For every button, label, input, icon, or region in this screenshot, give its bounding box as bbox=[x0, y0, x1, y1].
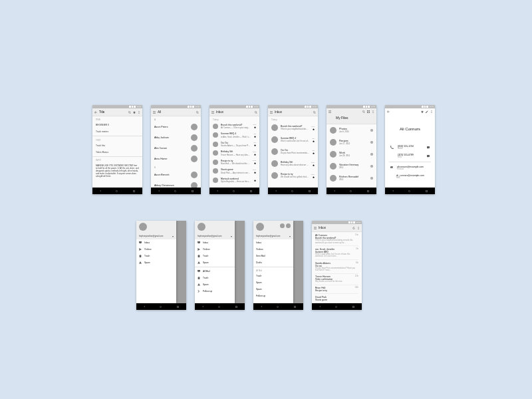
drawer-item[interactable]: Follow up bbox=[253, 293, 293, 299]
contact-detail-row[interactable]: aliconnors@example.comPersonal bbox=[385, 164, 435, 172]
search-icon[interactable] bbox=[313, 111, 316, 114]
email-thread[interactable]: Brian Halt18hr Recipe to try bbox=[312, 285, 362, 293]
email-row[interactable]: Birthday GiftTrevor Hansen — Have any id… bbox=[209, 149, 259, 158]
more-icon[interactable] bbox=[357, 227, 360, 229]
file-row[interactable]: Vacation Itinerary2014 bbox=[327, 160, 376, 172]
star-icon[interactable] bbox=[313, 176, 315, 178]
nav-recent[interactable] bbox=[133, 190, 135, 192]
drawer-item[interactable]: Spam bbox=[136, 259, 176, 266]
sms-icon[interactable] bbox=[427, 146, 430, 149]
email-row[interactable]: Summer BBQ 4to Alex, Scott, Jennifer — W… bbox=[209, 131, 259, 140]
star-icon[interactable] bbox=[313, 140, 315, 142]
email-thread[interactable]: Ali Connors15m Brunch this weekend? I'll… bbox=[312, 232, 362, 245]
drawer-item[interactable]: Inbox bbox=[136, 239, 176, 246]
email-row[interactable]: Brunch this weekend?I'll be in your neig… bbox=[268, 122, 318, 134]
star-icon[interactable] bbox=[133, 111, 136, 114]
refresh-icon[interactable] bbox=[352, 227, 355, 229]
list-item[interactable]: Track meters bbox=[92, 128, 142, 135]
drawer-header[interactable]: heyfromjonathan@gmail.com bbox=[136, 221, 176, 239]
star-icon[interactable] bbox=[254, 154, 256, 156]
email-row[interactable]: Oui OuiDo you have Paris recommendations… bbox=[268, 146, 318, 158]
drawer-item[interactable]: Spam bbox=[253, 286, 293, 293]
menu-icon[interactable] bbox=[270, 111, 273, 114]
account-dropdown-icon[interactable] bbox=[289, 236, 291, 237]
star-icon[interactable] bbox=[421, 110, 424, 113]
menu-icon[interactable] bbox=[329, 110, 331, 113]
email-row[interactable]: Giants gameDavid Park — Any interest in … bbox=[209, 167, 259, 176]
star-icon[interactable] bbox=[254, 126, 256, 128]
star-icon[interactable] bbox=[254, 180, 256, 182]
nav-back[interactable] bbox=[100, 190, 101, 192]
menu-icon[interactable] bbox=[153, 111, 156, 114]
nav-home[interactable] bbox=[116, 190, 118, 192]
more-icon[interactable] bbox=[430, 110, 433, 113]
drawer-item[interactable]: Spam bbox=[195, 259, 235, 266]
menu-icon[interactable] bbox=[314, 227, 317, 229]
drawer-item[interactable]: Spam bbox=[253, 279, 293, 286]
contact-row[interactable]: Abby Jackson bbox=[151, 132, 201, 143]
account-dropdown-icon[interactable] bbox=[172, 236, 174, 237]
info-icon[interactable] bbox=[370, 141, 373, 144]
drawer-item[interactable]: Follow up bbox=[195, 288, 235, 295]
drawer-item[interactable]: Sent Mail bbox=[253, 253, 293, 259]
email-row[interactable]: Oui OuiSandra Adams — Do you have Paris … bbox=[209, 140, 259, 149]
menu-icon[interactable] bbox=[211, 111, 214, 114]
list-item[interactable]: Token Bonus bbox=[92, 149, 142, 156]
contact-row[interactable]: Abbey Christensen bbox=[151, 180, 201, 188]
email-thread[interactable]: me, Scott, Jennifer2hr Summer BBQ Wish I… bbox=[312, 246, 362, 259]
drawer-item[interactable]: Inbox bbox=[253, 239, 293, 246]
contact-row[interactable]: Aaron Peters bbox=[151, 122, 201, 132]
drawer-item[interactable]: All Mail bbox=[195, 268, 235, 275]
star-icon[interactable] bbox=[313, 128, 315, 130]
star-icon[interactable] bbox=[313, 152, 315, 154]
search-icon[interactable] bbox=[196, 111, 199, 114]
drawer-item[interactable]: Trash bbox=[195, 253, 235, 259]
contact-detail-row[interactable]: ali_connors@example.comWork bbox=[385, 172, 435, 181]
info-icon[interactable] bbox=[370, 177, 373, 180]
contact-detail-row[interactable]: (323) 555-6789Work bbox=[385, 152, 435, 160]
contact-row[interactable]: Anna Hamer bbox=[151, 154, 201, 164]
drawer-item[interactable]: Drafts bbox=[253, 259, 293, 266]
more-icon[interactable] bbox=[138, 111, 140, 114]
info-icon[interactable] bbox=[370, 153, 373, 156]
back-icon[interactable] bbox=[94, 111, 97, 114]
star-icon[interactable] bbox=[254, 144, 256, 146]
drawer-item[interactable]: Outbox bbox=[195, 246, 235, 253]
email-thread[interactable]: Sandra Adams6hr Oui oui Do you have Pari… bbox=[312, 260, 362, 273]
email-thread[interactable]: Trevor Hansen12hr Order confirmation Hey… bbox=[312, 273, 362, 285]
drawer-item[interactable]: Trash bbox=[253, 273, 293, 279]
star-icon[interactable] bbox=[254, 136, 256, 138]
drawer-item[interactable]: Outbox bbox=[253, 246, 293, 253]
email-row[interactable]: Recipe to tryWe should eat this: grilled… bbox=[268, 170, 318, 182]
back-icon[interactable] bbox=[387, 110, 390, 113]
drawer-item[interactable]: Trash bbox=[195, 275, 235, 281]
file-row[interactable]: PhotosJan 9, 2014 bbox=[327, 124, 376, 136]
info-icon[interactable] bbox=[370, 165, 373, 168]
account-dropdown-icon[interactable] bbox=[231, 236, 232, 237]
list-item[interactable]: Track hits bbox=[92, 142, 142, 149]
search-icon[interactable] bbox=[255, 111, 257, 114]
other-accounts[interactable] bbox=[280, 223, 291, 228]
contact-row[interactable]: Aaron Bennett bbox=[151, 170, 201, 180]
star-icon[interactable] bbox=[254, 172, 256, 174]
email-row[interactable]: Recipe to tryBrian Halt — We should eat … bbox=[209, 158, 259, 167]
email-row[interactable]: Brunch this weekend?Ali Connors — I'll b… bbox=[209, 122, 259, 131]
info-icon[interactable] bbox=[370, 129, 373, 132]
email-thread[interactable]: David Park Giants game bbox=[312, 294, 362, 303]
drawer-header[interactable]: heyfromjonathan@gmail.com bbox=[253, 221, 293, 239]
search-icon[interactable] bbox=[128, 111, 131, 114]
drawer-item[interactable]: Spam bbox=[195, 281, 235, 288]
contact-detail-row[interactable]: (650) 555-1234Mobile bbox=[385, 143, 435, 152]
search-icon[interactable] bbox=[362, 110, 365, 113]
drawer-item[interactable]: Outbox bbox=[136, 246, 176, 253]
edit-icon[interactable] bbox=[426, 110, 428, 113]
drawer-header[interactable]: heyfromjonathan@gmail.com bbox=[195, 221, 235, 239]
email-row[interactable]: Birthday GiftHave any ideas about what w… bbox=[268, 158, 318, 170]
file-row[interactable]: Kitchen Remodel2014 bbox=[327, 172, 376, 184]
contact-row[interactable]: Alex Carson bbox=[151, 143, 201, 154]
drawer-item[interactable]: Trash bbox=[136, 253, 176, 259]
file-row[interactable]: RecipesJan 17, 2014 bbox=[327, 136, 376, 148]
list-item[interactable]: BEGINNER II bbox=[92, 122, 142, 128]
more-icon[interactable] bbox=[372, 110, 374, 113]
star-icon[interactable] bbox=[313, 164, 315, 166]
